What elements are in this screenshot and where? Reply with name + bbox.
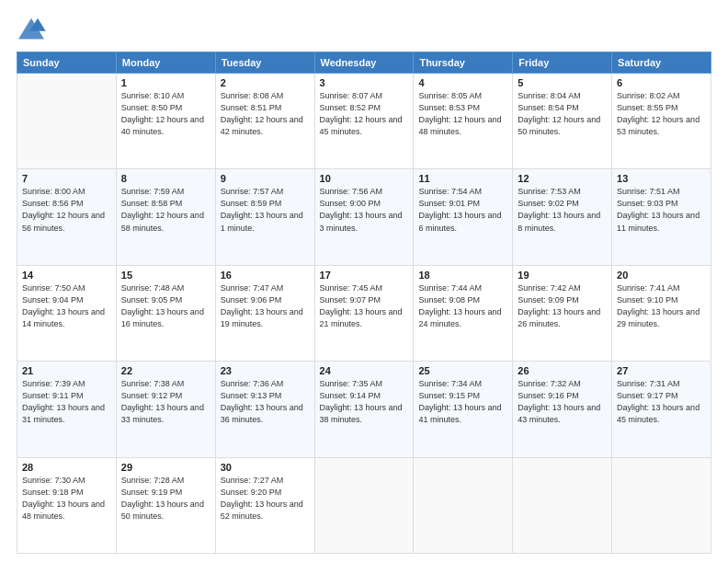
calendar-row: 28Sunrise: 7:30 AM Sunset: 9:18 PM Dayli… [17, 457, 711, 553]
calendar-cell: 20Sunrise: 7:41 AM Sunset: 9:10 PM Dayli… [612, 265, 711, 361]
day-info: Sunrise: 7:30 AM Sunset: 9:18 PM Dayligh… [22, 475, 111, 523]
calendar-cell: 5Sunrise: 8:04 AM Sunset: 8:54 PM Daylig… [513, 74, 612, 169]
day-info: Sunrise: 7:44 AM Sunset: 9:08 PM Dayligh… [418, 282, 507, 330]
day-number: 3 [320, 77, 409, 88]
calendar-row: 7Sunrise: 8:00 AM Sunset: 8:56 PM Daylig… [17, 169, 711, 265]
calendar-cell: 19Sunrise: 7:42 AM Sunset: 9:09 PM Dayli… [513, 265, 612, 361]
col-sunday: Sunday [17, 52, 117, 74]
col-friday: Friday [513, 52, 612, 74]
calendar-cell: 18Sunrise: 7:44 AM Sunset: 9:08 PM Dayli… [414, 265, 513, 361]
day-number: 29 [121, 462, 210, 473]
col-saturday: Saturday [612, 52, 711, 74]
day-number: 20 [617, 270, 706, 281]
calendar-cell: 8Sunrise: 7:59 AM Sunset: 8:58 PM Daylig… [116, 169, 215, 265]
day-number: 8 [121, 173, 210, 184]
day-number: 15 [121, 270, 210, 281]
calendar-cell: 6Sunrise: 8:02 AM Sunset: 8:55 PM Daylig… [612, 74, 711, 169]
day-info: Sunrise: 7:42 AM Sunset: 9:09 PM Dayligh… [518, 282, 607, 330]
day-number: 26 [518, 365, 607, 376]
calendar-cell: 25Sunrise: 7:34 AM Sunset: 9:15 PM Dayli… [414, 362, 513, 457]
calendar-cell: 14Sunrise: 7:50 AM Sunset: 9:04 PM Dayli… [17, 265, 117, 361]
calendar-cell: 12Sunrise: 7:53 AM Sunset: 9:02 PM Dayli… [513, 169, 612, 265]
day-number: 2 [221, 77, 310, 88]
day-number: 14 [22, 270, 111, 281]
header [17, 17, 711, 42]
day-info: Sunrise: 7:28 AM Sunset: 9:19 PM Dayligh… [121, 475, 210, 523]
day-info: Sunrise: 7:45 AM Sunset: 9:07 PM Dayligh… [320, 282, 409, 330]
day-number: 27 [617, 365, 706, 376]
calendar-cell: 29Sunrise: 7:28 AM Sunset: 9:19 PM Dayli… [116, 457, 215, 553]
col-tuesday: Tuesday [215, 52, 314, 74]
day-info: Sunrise: 8:00 AM Sunset: 8:56 PM Dayligh… [22, 186, 111, 234]
day-info: Sunrise: 8:10 AM Sunset: 8:50 PM Dayligh… [121, 90, 210, 138]
calendar-page: Sunday Monday Tuesday Wednesday Thursday… [0, 0, 728, 563]
calendar-cell: 11Sunrise: 7:54 AM Sunset: 9:01 PM Dayli… [414, 169, 513, 265]
calendar-cell: 30Sunrise: 7:27 AM Sunset: 9:20 PM Dayli… [215, 457, 314, 553]
day-number: 25 [418, 365, 507, 376]
calendar-cell: 16Sunrise: 7:47 AM Sunset: 9:06 PM Dayli… [215, 265, 314, 361]
day-info: Sunrise: 7:36 AM Sunset: 9:13 PM Dayligh… [221, 378, 310, 426]
calendar-cell [513, 457, 612, 553]
day-info: Sunrise: 7:39 AM Sunset: 9:11 PM Dayligh… [22, 378, 111, 426]
day-info: Sunrise: 7:59 AM Sunset: 8:58 PM Dayligh… [121, 186, 210, 234]
day-info: Sunrise: 7:34 AM Sunset: 9:15 PM Dayligh… [418, 378, 507, 426]
calendar-cell: 17Sunrise: 7:45 AM Sunset: 9:07 PM Dayli… [314, 265, 414, 361]
day-info: Sunrise: 7:56 AM Sunset: 9:00 PM Dayligh… [320, 186, 409, 234]
day-info: Sunrise: 7:47 AM Sunset: 9:06 PM Dayligh… [221, 282, 310, 330]
day-info: Sunrise: 7:35 AM Sunset: 9:14 PM Dayligh… [320, 378, 409, 426]
day-info: Sunrise: 7:27 AM Sunset: 9:20 PM Dayligh… [221, 475, 310, 523]
calendar-cell: 23Sunrise: 7:36 AM Sunset: 9:13 PM Dayli… [215, 362, 314, 457]
calendar-cell: 10Sunrise: 7:56 AM Sunset: 9:00 PM Dayli… [314, 169, 414, 265]
calendar-cell: 7Sunrise: 8:00 AM Sunset: 8:56 PM Daylig… [17, 169, 117, 265]
calendar-cell: 24Sunrise: 7:35 AM Sunset: 9:14 PM Dayli… [314, 362, 414, 457]
calendar-cell: 2Sunrise: 8:08 AM Sunset: 8:51 PM Daylig… [215, 74, 314, 169]
weekday-header-row: Sunday Monday Tuesday Wednesday Thursday… [17, 52, 711, 74]
day-number: 4 [418, 77, 507, 88]
col-wednesday: Wednesday [314, 52, 414, 74]
day-number: 17 [320, 270, 409, 281]
calendar-cell: 21Sunrise: 7:39 AM Sunset: 9:11 PM Dayli… [17, 362, 117, 457]
calendar-cell: 26Sunrise: 7:32 AM Sunset: 9:16 PM Dayli… [513, 362, 612, 457]
col-monday: Monday [116, 52, 215, 74]
day-number: 1 [121, 77, 210, 88]
day-number: 6 [617, 77, 706, 88]
day-info: Sunrise: 7:50 AM Sunset: 9:04 PM Dayligh… [22, 282, 111, 330]
calendar-table: Sunday Monday Tuesday Wednesday Thursday… [17, 52, 711, 554]
day-number: 9 [221, 173, 310, 184]
calendar-row: 21Sunrise: 7:39 AM Sunset: 9:11 PM Dayli… [17, 362, 711, 457]
day-number: 5 [518, 77, 607, 88]
logo [17, 17, 50, 42]
calendar-cell: 13Sunrise: 7:51 AM Sunset: 9:03 PM Dayli… [612, 169, 711, 265]
calendar-cell: 9Sunrise: 7:57 AM Sunset: 8:59 PM Daylig… [215, 169, 314, 265]
col-thursday: Thursday [414, 52, 513, 74]
calendar-cell: 22Sunrise: 7:38 AM Sunset: 9:12 PM Dayli… [116, 362, 215, 457]
day-info: Sunrise: 7:51 AM Sunset: 9:03 PM Dayligh… [617, 186, 706, 234]
calendar-cell: 1Sunrise: 8:10 AM Sunset: 8:50 PM Daylig… [116, 74, 215, 169]
calendar-cell: 3Sunrise: 8:07 AM Sunset: 8:52 PM Daylig… [314, 74, 414, 169]
day-info: Sunrise: 7:32 AM Sunset: 9:16 PM Dayligh… [518, 378, 607, 426]
calendar-cell: 27Sunrise: 7:31 AM Sunset: 9:17 PM Dayli… [612, 362, 711, 457]
day-number: 22 [121, 365, 210, 376]
calendar-row: 14Sunrise: 7:50 AM Sunset: 9:04 PM Dayli… [17, 265, 711, 361]
day-info: Sunrise: 7:54 AM Sunset: 9:01 PM Dayligh… [418, 186, 507, 234]
calendar-cell: 28Sunrise: 7:30 AM Sunset: 9:18 PM Dayli… [17, 457, 117, 553]
day-number: 16 [221, 270, 310, 281]
calendar-cell: 15Sunrise: 7:48 AM Sunset: 9:05 PM Dayli… [116, 265, 215, 361]
day-number: 19 [518, 270, 607, 281]
day-info: Sunrise: 7:48 AM Sunset: 9:05 PM Dayligh… [121, 282, 210, 330]
calendar-cell [612, 457, 711, 553]
day-info: Sunrise: 8:04 AM Sunset: 8:54 PM Dayligh… [518, 90, 607, 138]
day-number: 21 [22, 365, 111, 376]
calendar-cell [414, 457, 513, 553]
logo-icon [17, 17, 46, 42]
day-info: Sunrise: 8:02 AM Sunset: 8:55 PM Dayligh… [617, 90, 706, 138]
day-info: Sunrise: 7:38 AM Sunset: 9:12 PM Dayligh… [121, 378, 210, 426]
day-number: 24 [320, 365, 409, 376]
day-number: 13 [617, 173, 706, 184]
day-info: Sunrise: 7:53 AM Sunset: 9:02 PM Dayligh… [518, 186, 607, 234]
day-number: 28 [22, 462, 111, 473]
calendar-row: 1Sunrise: 8:10 AM Sunset: 8:50 PM Daylig… [17, 74, 711, 169]
calendar-cell: 4Sunrise: 8:05 AM Sunset: 8:53 PM Daylig… [414, 74, 513, 169]
day-number: 23 [221, 365, 310, 376]
calendar-cell [17, 74, 117, 169]
